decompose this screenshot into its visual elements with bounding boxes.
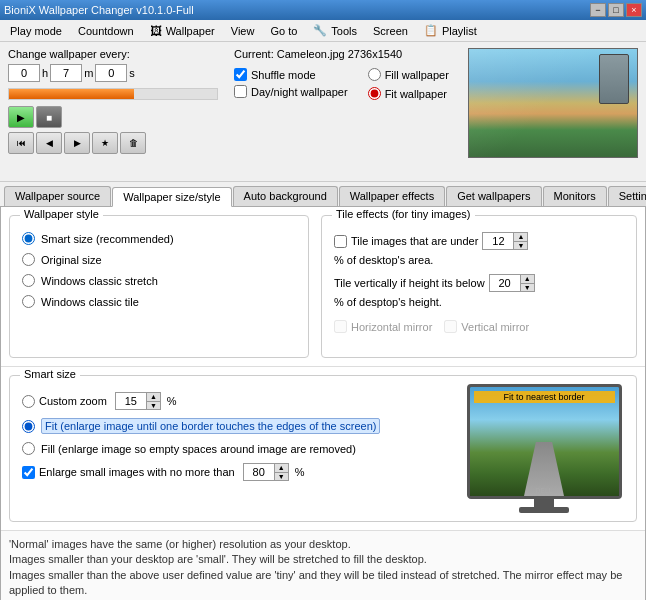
zoom-pct: % xyxy=(167,395,177,407)
minimize-button[interactable]: − xyxy=(590,3,606,17)
close-button[interactable]: × xyxy=(626,3,642,17)
fit-border-label: Fit (enlarge image until one border touc… xyxy=(41,418,380,434)
maximize-button[interactable]: □ xyxy=(608,3,624,17)
menu-countdown[interactable]: Countdown xyxy=(70,20,142,41)
titlebar: BioniX Wallpaper Changer v10.1.0-Full − … xyxy=(0,0,646,20)
fav-button[interactable]: ★ xyxy=(92,132,118,154)
tile-checkbox[interactable] xyxy=(334,235,347,248)
options-area: Shuffle mode Day/night wallpaper Fill wa… xyxy=(234,68,452,100)
fit-fill-group: Fill wallpaper Fit wallpaper xyxy=(368,68,449,100)
menu-tools[interactable]: 🔧 Tools xyxy=(305,20,365,41)
smart-section-title: Smart size xyxy=(20,368,80,380)
time-inputs: h m s xyxy=(8,64,218,82)
tile2-suffix: % of desptop's height. xyxy=(334,296,442,308)
style-stretch: Windows classic stretch xyxy=(22,274,296,287)
fill-wallpaper-row: Fill wallpaper xyxy=(368,68,449,81)
shuffle-checkbox[interactable] xyxy=(234,68,247,81)
tile2-value-spinbox: ▲ ▼ xyxy=(489,274,535,292)
enlarge-up[interactable]: ▲ xyxy=(274,464,288,473)
monitor-frame: Fit to nearest border DELL xyxy=(467,384,622,499)
tab-wallpaper-style[interactable]: Wallpaper size/style xyxy=(112,187,231,207)
tab-monitors[interactable]: Monitors xyxy=(543,186,607,206)
seconds-label: s xyxy=(129,67,135,79)
stop-button[interactable]: ■ xyxy=(36,106,62,128)
enlarge-checkbox[interactable] xyxy=(22,466,35,479)
tile-radio[interactable] xyxy=(22,295,35,308)
tab-wallpaper-effects[interactable]: Wallpaper effects xyxy=(339,186,445,206)
fill-wallpaper-radio[interactable] xyxy=(368,68,381,81)
enlarge-input[interactable] xyxy=(244,464,274,480)
zoom-up[interactable]: ▲ xyxy=(146,393,160,402)
tile-value-input[interactable] xyxy=(483,233,513,249)
menu-playlist[interactable]: 📋 Playlist xyxy=(416,20,485,41)
spinbox2-up[interactable]: ▲ xyxy=(520,275,534,284)
tile-section-title: Tile effects (for tiny images) xyxy=(332,208,475,220)
hours-input[interactable] xyxy=(8,64,40,82)
stretch-radio[interactable] xyxy=(22,274,35,287)
tab-wallpaper-source[interactable]: Wallpaper source xyxy=(4,186,111,206)
fill-border-radio[interactable] xyxy=(22,442,35,455)
zoom-down[interactable]: ▼ xyxy=(146,402,160,410)
v-mirror-item: Vertical mirror xyxy=(444,320,529,333)
spinbox2-btns: ▲ ▼ xyxy=(520,275,534,291)
tabs-bar: Wallpaper source Wallpaper size/style Au… xyxy=(0,182,646,207)
wallpaper-icon: 🖼 xyxy=(150,24,162,38)
zoom-input[interactable] xyxy=(116,393,146,409)
tab-settings[interactable]: Settings xyxy=(608,186,646,206)
fit-wallpaper-row: Fit wallpaper xyxy=(368,87,449,100)
menu-goto[interactable]: Go to xyxy=(262,20,305,41)
menu-wallpaper[interactable]: 🖼 Wallpaper xyxy=(142,20,223,41)
play-button[interactable]: ▶ xyxy=(8,106,34,128)
fit-border-radio[interactable] xyxy=(22,420,35,433)
prev-button[interactable]: ◀ xyxy=(36,132,62,154)
tab-get-wallpapers[interactable]: Get wallpapers xyxy=(446,186,541,206)
bottom-info: 'Normal' images have the same (or higher… xyxy=(1,530,645,600)
zoom-radio[interactable] xyxy=(22,395,35,408)
shuffle-label: Shuffle mode xyxy=(251,69,316,81)
spinbox-down[interactable]: ▼ xyxy=(513,242,527,250)
smart-section: Smart size Custom zoom ▲ ▼ % xyxy=(9,375,637,522)
top-section: Change wallpaper every: h m s ▶ ■ ⏮ ◀ ▶ … xyxy=(0,42,646,182)
hours-label: h xyxy=(42,67,48,79)
enlarge-down[interactable]: ▼ xyxy=(274,473,288,481)
checkboxes: Shuffle mode Day/night wallpaper xyxy=(234,68,348,100)
progress-bar xyxy=(8,88,218,100)
minutes-input[interactable] xyxy=(50,64,82,82)
monitor-preview: Fit to nearest border DELL xyxy=(464,384,624,513)
daynight-checkbox[interactable] xyxy=(234,85,247,98)
v-mirror-label: Vertical mirror xyxy=(461,321,529,333)
playlist-icon: 📋 xyxy=(424,24,438,37)
menu-view[interactable]: View xyxy=(223,20,263,41)
spinbox-up[interactable]: ▲ xyxy=(513,233,527,242)
smart-size-radio[interactable] xyxy=(22,232,35,245)
seconds-input[interactable] xyxy=(95,64,127,82)
spinbox2-down[interactable]: ▼ xyxy=(520,284,534,292)
tile-value-spinbox: ▲ ▼ xyxy=(482,232,528,250)
daynight-row: Day/night wallpaper xyxy=(234,85,348,98)
playback-controls: ▶ ■ xyxy=(8,106,218,128)
tile2-prefix: Tile vertically if height its below xyxy=(334,277,485,289)
spinbox-btns: ▲ ▼ xyxy=(513,233,527,249)
fill-border-label: Fill (enlarge image so empty spaces arou… xyxy=(41,443,356,455)
tools-icon: 🔧 xyxy=(313,24,327,37)
h-mirror-checkbox[interactable] xyxy=(334,320,347,333)
fill-wallpaper-label: Fill wallpaper xyxy=(385,69,449,81)
style-smart-size: Smart size (recommended) xyxy=(22,232,296,245)
original-size-radio[interactable] xyxy=(22,253,35,266)
prev-prev-button[interactable]: ⏮ xyxy=(8,132,34,154)
tab-auto-background[interactable]: Auto background xyxy=(233,186,338,206)
tile2-value-input[interactable] xyxy=(490,275,520,291)
menu-screen[interactable]: Screen xyxy=(365,20,416,41)
next-button[interactable]: ▶ xyxy=(64,132,90,154)
monitor-label: Fit to nearest border xyxy=(474,391,615,403)
del-button[interactable]: 🗑 xyxy=(120,132,146,154)
mirror-row: Horizontal mirror Vertical mirror xyxy=(334,320,624,333)
fit-wallpaper-radio[interactable] xyxy=(368,87,381,100)
smart-size-area: Smart size Custom zoom ▲ ▼ % xyxy=(1,367,645,530)
menu-play-mode[interactable]: Play mode xyxy=(2,20,70,41)
monitor-stand xyxy=(534,499,554,507)
window-title: BioniX Wallpaper Changer v10.1.0-Full xyxy=(4,4,194,16)
zoom-row: Custom zoom ▲ ▼ % xyxy=(22,392,452,410)
v-mirror-checkbox[interactable] xyxy=(444,320,457,333)
fit-option-row: Fit (enlarge image until one border touc… xyxy=(22,418,452,434)
